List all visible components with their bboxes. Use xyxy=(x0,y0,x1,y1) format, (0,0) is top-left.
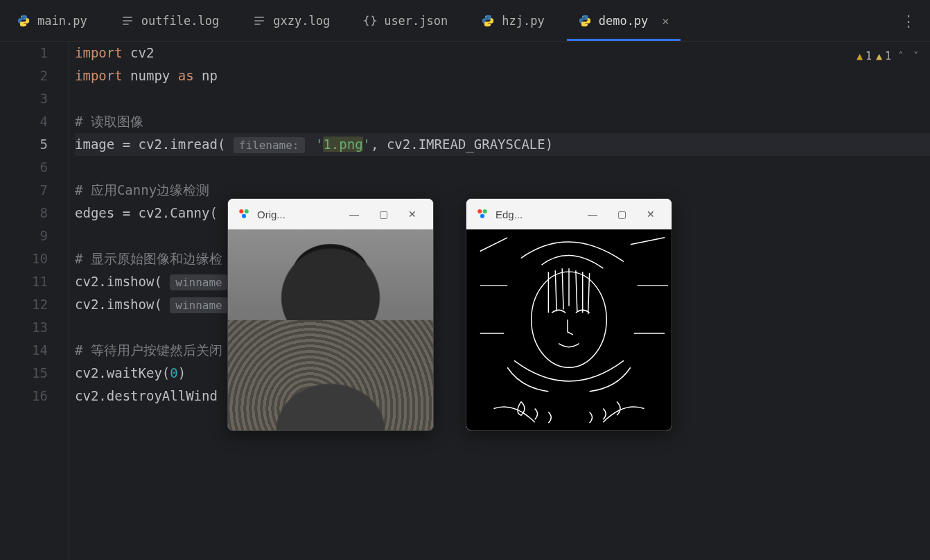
line-number: 1 xyxy=(0,42,48,64)
line-number: 6 xyxy=(0,156,48,179)
python-icon xyxy=(578,14,592,28)
minimize-button[interactable]: — xyxy=(343,209,365,220)
tab-label: hzj.py xyxy=(502,14,544,28)
opencv-icon xyxy=(238,207,250,222)
svg-point-8 xyxy=(485,16,486,17)
tab-label: outfile.log xyxy=(141,14,220,28)
code-line: import cv2 xyxy=(75,42,930,64)
python-icon xyxy=(17,14,30,28)
line-number: 3 xyxy=(0,87,48,110)
image-window-original[interactable]: Orig... — ▢ ✕ xyxy=(227,198,434,431)
line-number: 2 xyxy=(0,64,48,87)
minimize-button[interactable]: — xyxy=(581,209,604,220)
svg-point-1 xyxy=(25,24,26,25)
tab-gxzy-log[interactable]: gxzy.log xyxy=(236,0,346,41)
text-file-icon xyxy=(121,14,134,28)
line-number: 16 xyxy=(0,385,48,408)
line-number: 4 xyxy=(0,110,48,133)
image-window-edges[interactable]: Edg... — ▢ ✕ xyxy=(466,198,672,431)
tab-user-json[interactable]: user.json xyxy=(346,0,464,41)
maximize-button[interactable]: ▢ xyxy=(611,209,633,220)
svg-point-12 xyxy=(239,209,243,213)
tab-label: demo.py xyxy=(599,14,649,28)
python-icon xyxy=(481,14,495,28)
tab-label: user.json xyxy=(384,14,448,28)
json-icon xyxy=(363,14,377,28)
svg-point-9 xyxy=(490,24,491,25)
line-number: 9 xyxy=(0,225,48,247)
titlebar[interactable]: Orig... — ▢ ✕ xyxy=(228,199,433,229)
editor[interactable]: 1 2 3 4 5 6 7 8 9 10 11 12 13 14 15 16 i… xyxy=(0,42,930,560)
line-number: 8 xyxy=(0,202,48,225)
code-line xyxy=(75,87,930,110)
gutter: 1 2 3 4 5 6 7 8 9 10 11 12 13 14 15 16 xyxy=(0,42,69,560)
line-number: 12 xyxy=(0,293,48,316)
image-content xyxy=(466,229,672,430)
parameter-hint: winname xyxy=(170,274,227,290)
svg-point-16 xyxy=(483,209,487,213)
image-content xyxy=(228,229,433,430)
tab-label: main.py xyxy=(37,14,87,28)
line-number: 14 xyxy=(0,339,48,362)
tab-demo-py[interactable]: demo.py ✕ xyxy=(561,0,686,41)
titlebar[interactable]: Edg... — ▢ ✕ xyxy=(466,199,672,229)
line-number: 7 xyxy=(0,179,48,202)
parameter-hint: filename: xyxy=(234,137,305,153)
code-line xyxy=(75,156,930,179)
opencv-icon xyxy=(476,207,489,222)
tab-hzj-py[interactable]: hzj.py xyxy=(464,0,561,41)
close-tab-icon[interactable]: ✕ xyxy=(662,14,669,28)
text-file-icon xyxy=(252,14,266,28)
code-line: # 读取图像 xyxy=(75,110,930,133)
line-number: 11 xyxy=(0,270,48,293)
svg-point-13 xyxy=(245,209,249,213)
svg-point-0 xyxy=(21,16,22,17)
line-number: 15 xyxy=(0,362,48,385)
svg-point-14 xyxy=(242,213,246,218)
svg-point-11 xyxy=(586,24,588,25)
line-number: 5 xyxy=(0,133,48,156)
maximize-button[interactable]: ▢ xyxy=(372,209,394,220)
tab-bar: main.py outfile.log gxzy.log user.json h… xyxy=(0,0,930,42)
more-menu-icon[interactable]: ⋮ xyxy=(901,12,918,29)
line-number: 13 xyxy=(0,316,48,339)
close-button[interactable]: ✕ xyxy=(640,209,662,220)
code-line: import numpy as np xyxy=(75,64,930,87)
line-number: 10 xyxy=(0,247,48,270)
svg-point-17 xyxy=(480,213,484,218)
svg-point-15 xyxy=(477,209,482,213)
tab-outfile-log[interactable]: outfile.log xyxy=(104,0,236,41)
tab-main-py[interactable]: main.py xyxy=(0,0,104,41)
window-title: Orig... xyxy=(257,209,286,220)
tab-label: gxzy.log xyxy=(273,14,330,28)
code-line: image = cv2.imread( filename: '1.png', c… xyxy=(75,133,930,156)
window-title: Edg... xyxy=(495,209,523,220)
parameter-hint: winname xyxy=(170,297,227,313)
close-button[interactable]: ✕ xyxy=(401,209,423,220)
svg-point-10 xyxy=(582,16,584,17)
